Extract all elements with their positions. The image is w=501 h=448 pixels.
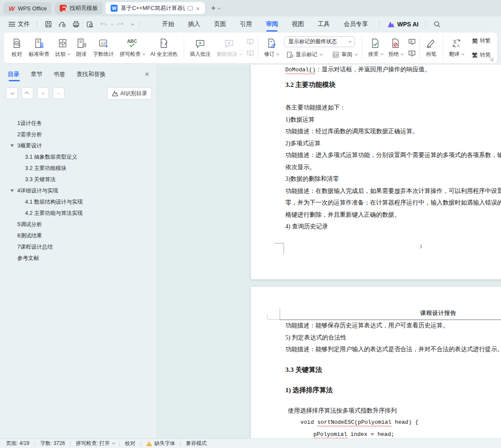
toc-collapse-all-button[interactable] — [6, 87, 18, 99]
tab-active-document[interactable]: W 基于C++MFC简易计算器设计 × — [105, 2, 205, 14]
standard-review-button[interactable]: 标准审查 — [26, 35, 52, 60]
next-change-icon[interactable] — [408, 50, 416, 58]
toc-item[interactable]: 3.3 关键算法 — [0, 174, 157, 185]
toc-expand-all-button[interactable] — [22, 87, 33, 99]
collapse-triangle-icon[interactable] — [10, 144, 14, 147]
accept-change-button[interactable]: 接受 — [365, 35, 386, 60]
toc-item-label: 3.1 抽象数据类型定义 — [25, 154, 77, 161]
spell-check-label: 拼写检查 — [120, 51, 140, 58]
document-page-3[interactable]: DoModal()：显示对话框，并返回用户操作的响应值。 3.2 主要功能模块 … — [251, 65, 501, 279]
toc-item[interactable]: 参考文献 — [0, 253, 157, 264]
toc-item[interactable]: 6测试结果 — [0, 230, 157, 241]
compare-label: 比较 — [55, 51, 66, 58]
toc-item[interactable]: 3.1 抽象数据类型定义 — [0, 151, 157, 163]
spell-check-button[interactable]: ABC 拼写检查 — [117, 35, 147, 60]
sidebar-close-icon[interactable]: × — [145, 70, 149, 79]
sidebar-tab-chapters[interactable]: 章节 — [31, 70, 42, 82]
toc-item-label: 4详细设计与实现 — [17, 187, 58, 195]
status-missing-font[interactable]: 缺失字体 — [146, 440, 175, 447]
status-compat-mode[interactable]: 兼容模式 — [186, 440, 207, 447]
t2s-label: 转简 — [480, 51, 491, 59]
tab-tools[interactable]: 工具 — [311, 16, 337, 32]
language-group: 文 A 翻译 简 转繁 繁 转简 — [446, 35, 493, 60]
undo-chevron-icon[interactable] — [111, 22, 114, 25]
tab-reference[interactable]: 引用 — [233, 16, 259, 32]
ai-polish-button[interactable]: AI 全文润色 — [147, 35, 181, 60]
comment-nav-column — [246, 38, 255, 58]
document-workspace[interactable]: DoModal()：显示对话框，并返回用户操作的响应值。 3.2 主要功能模块 … — [157, 65, 501, 438]
file-menu-button[interactable]: 文件 — [6, 20, 32, 28]
word-count-button[interactable]: 12 字数统计 — [90, 35, 117, 60]
doc-heading-3-3: 3.3 关键算法 — [285, 365, 322, 374]
delete-comment-button[interactable]: 删除批注 — [214, 35, 244, 60]
translate-button[interactable]: 文 A 翻译 — [446, 35, 466, 60]
divider — [180, 441, 181, 446]
toc-zoom-in-button[interactable]: + — [37, 87, 49, 99]
show-markup-button[interactable]: 显示标记 — [284, 50, 324, 60]
previous-change-icon[interactable] — [408, 38, 416, 46]
ai-recognize-toc-button[interactable]: AI识别目录 — [107, 87, 152, 99]
status-word-count[interactable]: 字数: 3726 — [40, 440, 65, 447]
toc-item[interactable]: 2需求分析 — [0, 129, 157, 140]
read-aloud-icon — [76, 38, 87, 49]
tab-document-label: 基于C++MFC简易计算器设计 — [121, 4, 185, 12]
quickbar-more-chevron-icon[interactable] — [131, 22, 134, 25]
review-ribbon: 校对 标准审查 比较 — [3, 32, 498, 64]
redo-button[interactable] — [116, 21, 124, 28]
proofread-button[interactable]: 校对 — [8, 35, 26, 60]
margin-corner-mark — [267, 314, 280, 320]
document-page-4[interactable]: 课程设计报告 功能描述：能够保存历史运算表达式，用户可查看历史运算。 5) 判定… — [251, 287, 501, 438]
print-icon — [72, 20, 80, 28]
print-button[interactable] — [72, 20, 80, 28]
multi-window-icon[interactable] — [188, 6, 193, 10]
tab-review[interactable]: 审阅 — [259, 16, 285, 32]
collapse-triangle-icon[interactable] — [10, 189, 14, 192]
toc-item[interactable]: 1设计任务 — [0, 118, 157, 129]
print-preview-button[interactable] — [86, 20, 94, 28]
sidebar-tab-bookmarks[interactable]: 书签 — [54, 70, 65, 82]
toc-item[interactable]: 3.2 主要功能模块 — [0, 163, 157, 174]
sidebar-tab-find-replace[interactable]: 查找和替换 — [77, 70, 106, 82]
insert-comment-button[interactable]: 插入批注 — [187, 35, 214, 60]
tab-wps-office[interactable]: W WPS Office — [3, 2, 52, 14]
tab-list-chevron-icon[interactable] — [217, 6, 220, 9]
tab-view[interactable]: 视图 — [285, 16, 311, 32]
tab-home[interactable]: 开始 — [155, 16, 181, 32]
doc-paragraph: 功能描述：能够判定用户输入的表达式是否合法，并对不合法的表达式进行提示。 — [285, 343, 501, 355]
toc-item[interactable]: 4.2 主要功能与算法实现 — [0, 208, 157, 219]
previous-comment-icon[interactable] — [246, 38, 255, 46]
review-pane-button[interactable]: 审阅 — [330, 50, 359, 60]
read-aloud-button[interactable]: 朗读 — [73, 35, 90, 60]
export-button[interactable] — [58, 20, 66, 28]
tab-page[interactable]: 页面 — [207, 16, 233, 32]
tab-docer-templates[interactable]: 找稻壳模板 — [54, 2, 103, 14]
ink-brush-button[interactable]: 画笔 — [422, 35, 440, 60]
toc-item[interactable]: 3概要设计 — [0, 140, 157, 151]
markup-state-select[interactable]: 显示标记的最终状态 — [284, 36, 355, 47]
toc-item[interactable]: 5调试分析 — [0, 219, 157, 230]
toc-zoom-out-button[interactable]: − — [53, 87, 64, 99]
compare-button[interactable]: 比较 — [52, 35, 73, 60]
close-tab-icon[interactable]: × — [196, 5, 200, 12]
track-changes-button[interactable]: 修订 — [261, 35, 281, 60]
new-tab-button[interactable]: + — [211, 3, 216, 13]
toc-item[interactable]: 7课程设计总结 — [0, 241, 157, 253]
search-button[interactable] — [433, 20, 441, 28]
save-button[interactable] — [45, 20, 52, 28]
wps-ai-button[interactable]: WPS AI — [387, 21, 418, 28]
ribbon-collapse-icon[interactable] — [490, 58, 493, 61]
toc-item[interactable]: 4.1 数据结构设计与实现 — [0, 196, 157, 208]
next-comment-icon[interactable] — [246, 50, 255, 58]
hamburger-icon — [9, 22, 15, 27]
reject-change-button[interactable]: 拒绝 — [386, 35, 406, 60]
simplified-to-traditional-button[interactable]: 简 转繁 — [470, 36, 493, 46]
status-spell-check[interactable]: 拼写检查: 打开 — [76, 440, 114, 447]
status-page-indicator[interactable]: 页面: 4/19 — [6, 440, 29, 447]
sidebar-tab-contents[interactable]: 目录 — [8, 70, 19, 82]
tab-insert[interactable]: 插入 — [181, 16, 207, 32]
undo-button[interactable] — [100, 21, 108, 28]
toc-item[interactable]: 4详细设计与实现 — [0, 185, 157, 196]
status-proofread[interactable]: 校对 — [125, 440, 135, 447]
tab-member[interactable]: 会员专享 — [337, 16, 375, 32]
divider — [139, 21, 140, 28]
